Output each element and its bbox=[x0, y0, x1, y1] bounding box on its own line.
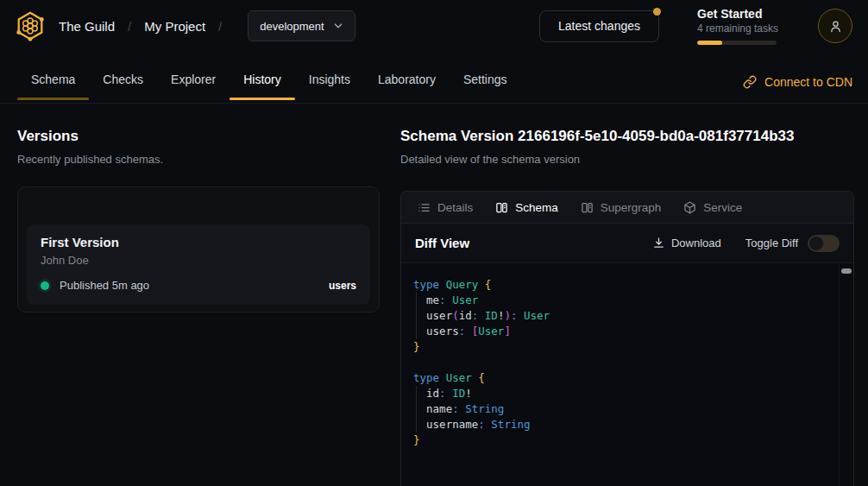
version-list-item[interactable]: First Version John Doe Published 5m ago … bbox=[27, 224, 370, 305]
panels-icon bbox=[495, 201, 508, 214]
list-icon bbox=[418, 201, 431, 214]
indent-guide bbox=[416, 386, 417, 432]
code-line: type Query { bbox=[413, 277, 834, 293]
get-started-subtitle: 4 remaining tasks bbox=[697, 22, 780, 35]
detail-tab-label: Schema bbox=[515, 201, 558, 214]
version-detail-tabs: Details Schema bbox=[401, 192, 853, 224]
versions-panel: Versions Recently published schemas. Fir… bbox=[17, 128, 380, 486]
code-line: me: User bbox=[413, 293, 834, 308]
detail-tab-service[interactable]: Service bbox=[672, 192, 753, 223]
code-scrollbar-track bbox=[839, 263, 853, 486]
get-started-progress-fill bbox=[697, 41, 722, 45]
breadcrumb-org[interactable]: The Guild bbox=[59, 19, 115, 34]
box-icon bbox=[683, 201, 696, 214]
detail-tab-details[interactable]: Details bbox=[406, 192, 484, 223]
detail-tab-label: Details bbox=[437, 201, 473, 214]
toggle-knob bbox=[809, 237, 823, 250]
code-content: type Query { me: User user(id: ID!): Use… bbox=[413, 277, 834, 448]
environment-selector-value: development bbox=[260, 20, 324, 33]
main-nav: Schema Checks Explorer History Insights … bbox=[0, 52, 868, 104]
schema-code-viewer: type Query { me: User user(id: ID!): Use… bbox=[401, 263, 853, 486]
nav-tabs: Schema Checks Explorer History Insights … bbox=[17, 60, 521, 103]
tab-laboratory[interactable]: Laboratory bbox=[364, 60, 450, 99]
code-line: type User { bbox=[413, 370, 834, 386]
connect-to-cdn-label: Connect to CDN bbox=[764, 75, 852, 89]
toggle-diff-label: Toggle Diff bbox=[745, 237, 798, 249]
schema-viewer-panel: Details Schema bbox=[400, 191, 854, 486]
tab-label: Explorer bbox=[171, 73, 216, 86]
tab-label: Checks bbox=[103, 73, 143, 86]
version-detail-panel: Schema Version 2166196f-5e10-4059-bd0a-0… bbox=[400, 128, 854, 486]
breadcrumb-separator: / bbox=[128, 19, 131, 34]
detail-tab-label: Service bbox=[703, 201, 742, 214]
detail-tab-supergraph[interactable]: Supergraph bbox=[569, 192, 673, 223]
header-actions: Latest changes Get Started 4 remaining t… bbox=[539, 7, 852, 45]
tab-history[interactable]: History bbox=[230, 60, 295, 99]
toggle-diff-switch[interactable] bbox=[808, 235, 840, 252]
version-author: John Doe bbox=[41, 254, 356, 267]
code-line: users: [User] bbox=[413, 324, 834, 339]
version-name: First Version bbox=[41, 235, 356, 249]
versions-subtitle: Recently published schemas. bbox=[17, 153, 380, 166]
version-detail-subtitle: Detailed view of the schema version bbox=[400, 153, 854, 166]
tab-checks[interactable]: Checks bbox=[89, 60, 157, 99]
latest-changes-button[interactable]: Latest changes bbox=[539, 10, 659, 42]
breadcrumb-separator: / bbox=[218, 19, 222, 34]
diff-view-header: Diff View Download Toggle Diff bbox=[401, 224, 853, 263]
tab-label: Insights bbox=[309, 73, 350, 86]
tab-insights[interactable]: Insights bbox=[295, 60, 364, 99]
tab-label: Schema bbox=[31, 73, 75, 86]
code-line: user(id: ID!): User bbox=[413, 308, 834, 324]
user-icon bbox=[828, 19, 843, 34]
code-line: id: ID! bbox=[413, 386, 834, 401]
tab-label: Settings bbox=[463, 73, 507, 86]
version-status-row: Published 5m ago users bbox=[41, 279, 356, 292]
guild-logo-icon[interactable] bbox=[14, 9, 47, 42]
connect-to-cdn-button[interactable]: Connect to CDN bbox=[743, 75, 852, 89]
app-header: The Guild / My Project / development Lat… bbox=[0, 0, 868, 52]
published-status-dot bbox=[41, 281, 49, 290]
notification-dot bbox=[653, 8, 661, 16]
download-button[interactable]: Download bbox=[652, 237, 721, 249]
code-line: } bbox=[413, 432, 834, 448]
indent-guide bbox=[416, 293, 417, 339]
get-started-progressbar bbox=[697, 41, 777, 45]
code-line: } bbox=[413, 339, 834, 355]
toggle-diff-control: Toggle Diff bbox=[745, 235, 840, 252]
get-started-widget[interactable]: Get Started 4 remaining tasks bbox=[697, 7, 780, 45]
main-content: Versions Recently published schemas. Fir… bbox=[0, 104, 868, 486]
code-line bbox=[413, 355, 834, 370]
tab-explorer[interactable]: Explorer bbox=[157, 60, 230, 99]
detail-tab-label: Supergraph bbox=[601, 201, 662, 214]
version-detail-title: Schema Version 2166196f-5e10-4059-bd0a-0… bbox=[400, 128, 854, 145]
get-started-title: Get Started bbox=[697, 7, 780, 21]
panels-icon bbox=[581, 201, 594, 214]
code-line: username: String bbox=[413, 417, 834, 432]
breadcrumb-project[interactable]: My Project bbox=[144, 19, 205, 34]
breadcrumb: The Guild / My Project / development bbox=[14, 9, 355, 42]
tab-label: History bbox=[243, 73, 281, 86]
diff-view-title: Diff View bbox=[415, 236, 652, 250]
code-scrollbar-handle[interactable] bbox=[841, 268, 852, 274]
version-status-text: Published 5m ago bbox=[60, 279, 329, 292]
user-avatar-button[interactable] bbox=[818, 9, 852, 43]
tab-schema[interactable]: Schema bbox=[17, 60, 89, 99]
versions-list: First Version John Doe Published 5m ago … bbox=[17, 186, 380, 312]
versions-title: Versions bbox=[17, 128, 380, 145]
service-badge: users bbox=[329, 280, 356, 292]
code-line: name: String bbox=[413, 401, 834, 417]
detail-tab-schema[interactable]: Schema bbox=[484, 192, 569, 223]
tab-label: Laboratory bbox=[378, 73, 436, 86]
environment-selector[interactable]: development bbox=[248, 10, 355, 41]
chevron-down-icon bbox=[333, 21, 343, 31]
tab-settings[interactable]: Settings bbox=[450, 60, 521, 99]
download-icon bbox=[652, 237, 665, 249]
link-icon bbox=[743, 75, 757, 89]
latest-changes-label: Latest changes bbox=[558, 19, 640, 33]
download-label: Download bbox=[671, 237, 721, 249]
